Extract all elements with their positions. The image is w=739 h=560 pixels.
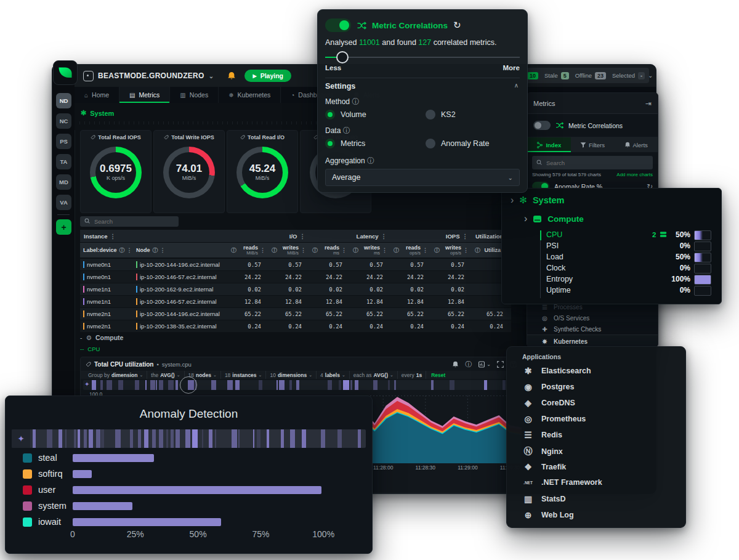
legend-item-system[interactable]: system: [23, 501, 67, 511]
chevron-up-icon[interactable]: ∧: [514, 82, 519, 89]
tab-nodes[interactable]: ▥Nodes: [170, 87, 219, 103]
offline-count-badge[interactable]: 23: [595, 72, 606, 79]
alert-bell-icon[interactable]: [452, 361, 459, 368]
tree-item-uptime[interactable]: Uptime0%: [502, 285, 721, 296]
app-item-coredns[interactable]: ◈CoreDNS: [507, 398, 685, 408]
sidebar-tab-filters[interactable]: Filters: [571, 137, 615, 152]
column-header[interactable]: ⓘreadsMiB/s⋮: [228, 243, 269, 258]
sidebar-item-kubernetes[interactable]: ✵Kubernetes: [527, 335, 658, 347]
data-metrics-option[interactable]: Metrics: [325, 139, 365, 148]
aggregation-select[interactable]: Average ⌄: [325, 169, 520, 186]
reset-button[interactable]: Reset: [426, 372, 450, 378]
info-icon[interactable]: ⓘ: [352, 97, 359, 106]
tree-item-psi[interactable]: PSI0%: [502, 240, 721, 251]
app-item-statsd[interactable]: ▥StatsD: [507, 494, 685, 504]
charts-search-input[interactable]: [545, 159, 648, 167]
table-group-iops[interactable]: IOPS⋮: [390, 230, 472, 242]
collapse-sidebar-icon[interactable]: ⇥: [645, 99, 652, 108]
add-space-button[interactable]: +: [56, 219, 71, 235]
toolbar-dimension[interactable]: Group bydimension⌄: [84, 371, 147, 379]
toolbar-instances[interactable]: 18instances⌄: [221, 371, 267, 379]
rail-space-nc[interactable]: NC: [56, 113, 71, 129]
app-item-postgres[interactable]: ◉Postgres: [507, 382, 685, 392]
sidebar-tab-index[interactable]: Index: [527, 137, 571, 152]
table-search-input[interactable]: [93, 217, 174, 225]
app-item-elasticsearch[interactable]: ✱Elasticsearch: [507, 366, 685, 376]
space-selector[interactable]: BEASTMODE.GROUNDZERO ⌄: [83, 71, 214, 81]
rail-space-nd[interactable]: ND: [56, 93, 71, 108]
column-header[interactable]: ⓘwritesMiB/s⋮: [269, 243, 309, 258]
rail-space-va[interactable]: VA: [56, 195, 71, 210]
data-anomaly-rate-option[interactable]: Anomaly Rate: [426, 139, 490, 148]
selected-count-badge[interactable]: -: [638, 72, 645, 79]
legend-item-softirq[interactable]: softirq: [23, 469, 63, 479]
toolbar-avg[interactable]: each asAVG()⌄: [350, 371, 398, 379]
table-row[interactable]: nvme2n1ip-10-200-138-35.ec2.internal0.24…: [80, 320, 511, 332]
tree-node-system[interactable]: › ✻ System: [511, 195, 565, 206]
column-header[interactable]: ⓘreadsops/s⋮: [390, 243, 431, 258]
rail-space-md[interactable]: MD: [56, 174, 71, 190]
legend-item-user[interactable]: user: [23, 485, 55, 495]
column-header[interactable]: ⓘreadsms⋮: [309, 243, 350, 258]
table-row[interactable]: nvme2n1ip-10-200-144-196.ec2.internal65.…: [80, 308, 511, 320]
rail-space-ta[interactable]: TA: [56, 154, 71, 169]
live-count-badge[interactable]: 10: [527, 72, 538, 79]
stale-count-badge[interactable]: 5: [561, 72, 569, 79]
app-item-prometheus[interactable]: ◎Prometheus: [507, 414, 685, 424]
refresh-icon[interactable]: ↻: [453, 20, 461, 31]
section-breadcrumb[interactable]: ✻ System: [81, 109, 114, 117]
correlations-popup-toggle[interactable]: [325, 18, 351, 32]
rail-space-ps[interactable]: PS: [56, 134, 71, 149]
table-row[interactable]: nvme1n1ip-10-200-162-9.ec2.internal0.020…: [80, 283, 511, 295]
chart-type-icon[interactable]: ⌄: [478, 361, 491, 368]
compute-section-heading[interactable]: - ⚙ Compute: [80, 334, 123, 341]
correlations-toggle[interactable]: [533, 121, 551, 130]
node-status-badges[interactable]: 10 Stale 5 Offline 23 Selected - ⌄: [522, 68, 649, 83]
ribbon-marker[interactable]: [180, 376, 197, 394]
anomaly-ribbon[interactable]: ✦: [83, 380, 519, 390]
chevron-down-icon[interactable]: ⌄: [648, 72, 653, 79]
table-search[interactable]: [80, 216, 179, 227]
tab-home[interactable]: ⌂Home: [75, 87, 119, 103]
tree-item-load[interactable]: Load50%: [502, 251, 721, 262]
table-row[interactable]: nvme1n1ip-10-200-146-57.ec2.internal12.8…: [80, 296, 511, 307]
app-item-netframework[interactable]: .NET.NET Framework: [507, 478, 685, 487]
gauge-card-1[interactable]: Total Write IOPS74.01MiB/s: [153, 130, 225, 213]
table-row[interactable]: nvme0n1ip-10-200-144-196.ec2.internal0.5…: [80, 259, 511, 270]
app-item-traefik[interactable]: ❖Traefik: [507, 462, 685, 472]
fullscreen-icon[interactable]: [497, 361, 504, 368]
legend-item-iowait[interactable]: iowait: [23, 517, 61, 527]
playing-button[interactable]: ▶ Playing: [244, 70, 291, 82]
toolbar-dimensions[interactable]: 10dimensions⌄: [266, 371, 317, 379]
table-row[interactable]: nvme0n1ip-10-200-146-57.ec2.internal24.2…: [80, 271, 511, 283]
info-icon[interactable]: ⓘ: [343, 126, 350, 135]
info-icon[interactable]: ⓘ: [465, 360, 472, 369]
toolbar-1s[interactable]: every1s: [398, 371, 426, 379]
tree-item-entropy[interactable]: Entropy100%: [502, 274, 721, 285]
app-item-redis[interactable]: ☰Redis: [507, 430, 685, 440]
table-group-latency[interactable]: Latency⋮: [309, 230, 390, 242]
table-group-io[interactable]: I/O⋮: [228, 230, 309, 242]
column-header[interactable]: Label:deviceⓘ⋮: [80, 243, 133, 258]
app-item-weblog[interactable]: ⊕Web Log: [507, 510, 685, 520]
tree-item-clock[interactable]: Clock0%: [502, 262, 721, 274]
news-bell-icon[interactable]: [227, 71, 236, 80]
table-group-instance[interactable]: Instance⋮: [80, 230, 228, 242]
tree-item-cpu[interactable]: CPU250%: [502, 229, 721, 240]
charts-search[interactable]: [532, 156, 653, 169]
cpu-subsection-heading[interactable]: -- CPU: [80, 346, 100, 352]
toolbar-avg[interactable]: theAVG()⌄: [147, 371, 184, 379]
netdata-logo[interactable]: [53, 60, 78, 85]
info-icon[interactable]: ⓘ: [367, 156, 374, 165]
tab-kubernetes[interactable]: ✵Kubernetes: [219, 87, 281, 103]
anomaly-ribbon-large[interactable]: ✦: [12, 429, 366, 448]
sidebar-item-syntheticchecks[interactable]: ✚Synthetic Checks: [527, 323, 658, 335]
method-volume-option[interactable]: Volume: [325, 110, 366, 120]
sidebar-tab-alerts[interactable]: Alerts: [614, 137, 658, 152]
add-more-charts-link[interactable]: Add more charts: [616, 172, 653, 177]
correlation-slider-track[interactable]: [325, 57, 520, 58]
app-item-nginx[interactable]: ⓃNginx: [507, 446, 685, 457]
tree-node-compute[interactable]: › Compute: [524, 213, 584, 224]
toolbar-labels[interactable]: 4labels⌄: [317, 371, 350, 379]
column-header[interactable]: ⓘwritesms⋮: [350, 243, 390, 258]
